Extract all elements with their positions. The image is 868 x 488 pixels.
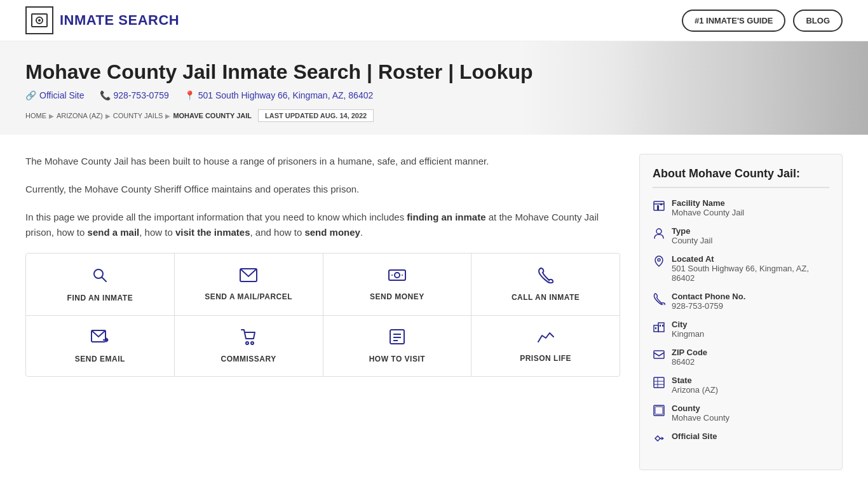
city-icon [653, 320, 665, 336]
address-info: 📍 501 South Highway 66, Kingman, AZ, 864… [184, 90, 374, 100]
paragraph-1: The Mohave County Jail has been built to… [25, 154, 620, 169]
info-official-site: Official Site [653, 431, 829, 448]
about-box: About Mohave County Jail: Facility Name … [639, 154, 843, 470]
svg-point-14 [246, 342, 248, 344]
commissary-icon [240, 329, 257, 349]
svg-point-15 [251, 342, 254, 344]
svg-rect-6 [389, 270, 405, 280]
breadcrumb-jails[interactable]: COUNTY JAILS [113, 112, 163, 119]
info-phone: Contact Phone No. 928-753-0759 [653, 292, 829, 311]
prison-life-label: PRISON LIFE [520, 354, 571, 363]
facility-icon [653, 199, 665, 215]
action-grid: FIND AN INMATE SEND A MAIL/PARCEL [25, 253, 620, 377]
info-county: County Mohave County [653, 403, 829, 423]
call-inmate-icon [538, 267, 554, 288]
breadcrumb: HOME ▶ ARIZONA (AZ) ▶ COUNTY JAILS ▶ MOH… [25, 112, 252, 119]
logo-text: INMATE SEARCH [60, 12, 179, 29]
state-icon [653, 376, 665, 392]
svg-rect-30 [655, 327, 656, 329]
main-layout: The Mohave County Jail has been built to… [0, 135, 868, 488]
link-icon: 🔗 [25, 90, 36, 100]
phone-link[interactable]: 📞 928-753-0759 [100, 90, 169, 100]
how-to-visit-icon [389, 329, 405, 349]
logo-icon [25, 6, 53, 34]
contact-phone-icon [653, 292, 665, 308]
commissary-label: COMMISSARY [221, 355, 276, 363]
last-updated-badge: LAST UPDATED AUG. 14, 2022 [258, 109, 374, 122]
bold-finding-inmate: finding an inmate [407, 212, 485, 222]
paragraph-2: Currently, the Mohave County Sheriff Off… [25, 182, 620, 197]
info-facility-name: Facility Name Mohave County Jail [653, 198, 829, 217]
find-inmate-icon [91, 266, 109, 288]
sidebar: About Mohave County Jail: Facility Name … [639, 154, 843, 470]
blog-button[interactable]: BLOG [793, 10, 843, 32]
svg-line-4 [102, 278, 107, 282]
info-zip: ZIP Code 86402 [653, 348, 829, 367]
svg-rect-37 [655, 407, 663, 414]
send-money-label: SEND MONEY [370, 292, 424, 301]
main-content: The Mohave County Jail has been built to… [25, 154, 620, 470]
info-city: City Kingman [653, 320, 829, 339]
header-nav: #1 INMATE'S GUIDE BLOG [682, 10, 843, 32]
send-mail-label: SEND A MAIL/PARCEL [205, 292, 292, 301]
logo-link[interactable]: INMATE SEARCH [25, 6, 179, 34]
send-money-icon [388, 268, 406, 287]
bold-send-money: send money [304, 227, 360, 238]
action-row-1: FIND AN INMATE SEND A MAIL/PARCEL [26, 254, 620, 316]
action-how-to-visit[interactable]: HOW TO VISIT [323, 316, 472, 376]
paragraph-3: In this page we provide all the importan… [25, 210, 620, 240]
action-row-2: SEND EMAIL COMMISSARY [26, 316, 620, 376]
breadcrumb-state[interactable]: ARIZONA (AZ) [57, 112, 103, 119]
svg-rect-28 [660, 325, 661, 327]
action-call-inmate[interactable]: CALL AN INMATE [471, 254, 620, 315]
header: INMATE SEARCH #1 INMATE'S GUIDE BLOG [0, 0, 868, 41]
action-find-inmate[interactable]: FIND AN INMATE [26, 254, 175, 315]
action-prison-life[interactable]: PRISON LIFE [471, 316, 620, 376]
breadcrumb-current: MOHAVE COUNTY JAIL [173, 112, 252, 119]
location-at-icon [653, 255, 665, 271]
send-mail-icon [240, 268, 257, 287]
action-send-money[interactable]: SEND MONEY [323, 254, 472, 315]
phone-icon: 📞 [100, 90, 111, 100]
action-send-mail[interactable]: SEND A MAIL/PARCEL [175, 254, 323, 315]
svg-point-25 [658, 259, 660, 261]
bold-visit-inmates: visit the inmates [175, 227, 250, 238]
svg-rect-31 [654, 351, 664, 358]
county-icon [653, 404, 665, 420]
inmates-guide-button[interactable]: #1 INMATE'S GUIDE [682, 10, 785, 32]
svg-point-8 [391, 274, 393, 276]
action-commissary[interactable]: COMMISSARY [175, 316, 323, 376]
breadcrumb-home[interactable]: HOME [25, 112, 46, 119]
location-icon: 📍 [184, 90, 195, 100]
type-icon [653, 227, 665, 243]
official-site-link[interactable]: 🔗 Official Site [25, 90, 85, 100]
zip-icon [653, 348, 665, 364]
about-title: About Mohave County Jail: [653, 167, 829, 188]
send-email-icon [91, 329, 109, 349]
info-type: Type County Jail [653, 226, 829, 245]
official-site-icon [653, 432, 665, 448]
call-inmate-label: CALL AN INMATE [512, 293, 580, 302]
how-to-visit-label: HOW TO VISIT [369, 355, 425, 363]
svg-point-9 [402, 274, 403, 276]
svg-point-7 [395, 273, 400, 278]
bold-send-mail: send a mail [88, 227, 140, 238]
svg-rect-27 [658, 323, 664, 332]
hero-section: Mohave County Jail Inmate Search | Roste… [0, 41, 868, 135]
prison-life-icon [537, 329, 555, 349]
info-located-at: Located At 501 South Highway 66, Kingman… [653, 254, 829, 283]
action-send-email[interactable]: SEND EMAIL [26, 316, 175, 376]
find-inmate-label: FIND AN INMATE [67, 294, 133, 302]
svg-rect-32 [654, 377, 664, 388]
send-email-label: SEND EMAIL [75, 355, 125, 363]
svg-point-2 [38, 19, 41, 22]
info-state: State Arizona (AZ) [653, 376, 829, 395]
svg-rect-21 [657, 205, 659, 210]
svg-rect-29 [662, 325, 663, 327]
svg-point-24 [656, 229, 661, 234]
